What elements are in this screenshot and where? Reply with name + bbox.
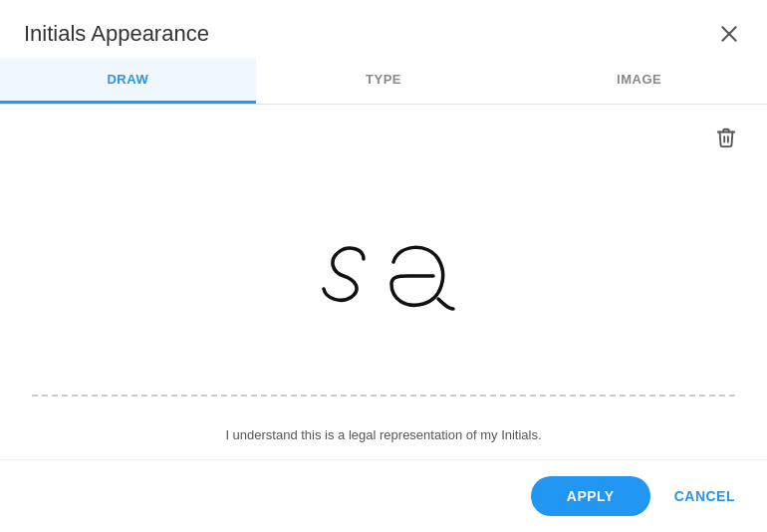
baseline xyxy=(16,390,751,401)
modal-title: Initials Appearance xyxy=(24,21,209,47)
legal-text-row: I understand this is a legal representat… xyxy=(0,409,767,459)
tab-type[interactable]: TYPE xyxy=(256,58,512,104)
drawing-canvas[interactable] xyxy=(16,157,751,390)
canvas-area xyxy=(0,105,767,409)
close-button[interactable] xyxy=(715,20,743,48)
cancel-button[interactable]: CANCEL xyxy=(666,476,743,516)
tab-image[interactable]: IMAGE xyxy=(511,58,767,104)
tabs-bar: DRAW TYPE IMAGE xyxy=(0,58,767,105)
baseline-line xyxy=(32,395,735,397)
apply-button[interactable]: APPLY xyxy=(531,476,650,516)
legal-text: I understand this is a legal representat… xyxy=(225,427,541,442)
modal-footer: APPLY CANCEL xyxy=(0,459,767,532)
delete-button[interactable] xyxy=(709,121,743,157)
tab-draw[interactable]: DRAW xyxy=(0,58,256,104)
modal-dialog: Initials Appearance DRAW TYPE IMAGE xyxy=(0,0,767,532)
modal-header: Initials Appearance xyxy=(0,0,767,58)
signature-drawing xyxy=(274,204,493,344)
canvas-toolbar xyxy=(16,113,751,157)
